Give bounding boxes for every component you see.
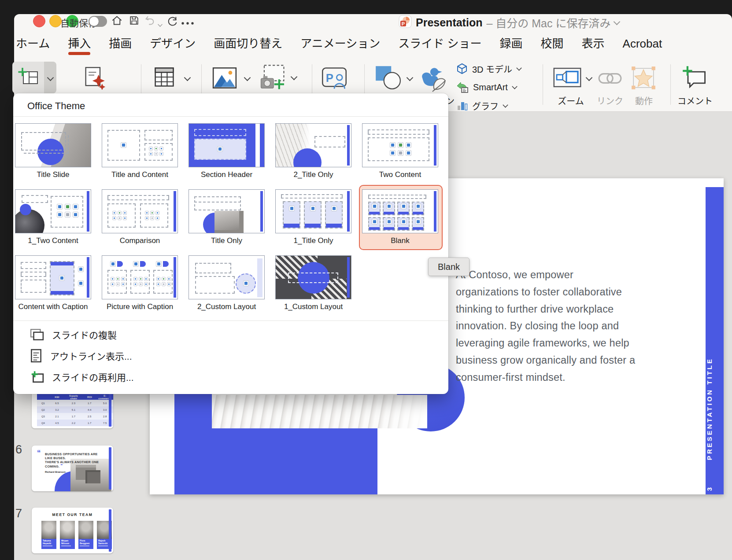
thumbnail-accent-bar	[109, 447, 111, 490]
zoom-button[interactable]	[552, 66, 582, 89]
tab-record[interactable]: 録画	[500, 37, 523, 50]
shapes-dropdown-chevron-icon[interactable]	[407, 74, 412, 82]
comment-button[interactable]	[681, 63, 708, 92]
table-button[interactable]	[151, 63, 178, 91]
team-member-card: Flora Berggren	[78, 521, 93, 549]
outline-view-icon	[30, 349, 42, 363]
layout-thumb-title-only[interactable]: Title Only	[189, 189, 265, 245]
layout-thumb-1-title-only[interactable]: 1_Title Only	[275, 189, 351, 245]
new-slide-button[interactable]	[12, 62, 56, 93]
smartart-icon	[456, 81, 469, 93]
tab-insert[interactable]: 挿入	[68, 37, 91, 50]
powerpoint-app-icon: P	[399, 15, 412, 30]
screenshot-dropdown-chevron-icon[interactable]	[292, 73, 296, 81]
svg-text:P: P	[326, 72, 333, 84]
thumbnail-accent-bar	[109, 509, 111, 552]
tab-acrobat[interactable]: Acrobat	[623, 37, 662, 50]
bar-chart-icon	[456, 100, 468, 111]
pictures-button[interactable]	[212, 66, 237, 90]
svg-text:P: P	[402, 21, 405, 26]
tab-animations[interactable]: アニメーション	[300, 37, 380, 50]
layout-thumb-title-and-content[interactable]: Title and Content	[102, 123, 178, 179]
layout-thumb-1-two-content[interactable]: 1_Two Content	[15, 189, 91, 245]
slide-body-text[interactable]: At Contoso, we empower organizations to …	[456, 266, 636, 386]
layout-thumb-blank[interactable]: Blank	[362, 189, 438, 245]
smartart-button[interactable]: SmartArt	[456, 81, 517, 93]
open-quote-mark: “	[37, 451, 41, 455]
more-commands-icon[interactable]	[181, 19, 194, 27]
team-member-card: Takuma Hayashi	[41, 521, 56, 549]
screenshot-button[interactable]	[257, 63, 288, 92]
team-slide-title: MEET OUR TEAM	[32, 512, 113, 517]
ribbon-tab-bar: ホーム 挿入 描画 デザイン 画面切り替え アニメーション スライド ショー 録…	[16, 37, 662, 50]
menu-duplicate-slide[interactable]: スライドの複製	[30, 326, 117, 343]
autosave-toggle[interactable]	[89, 16, 107, 27]
addins-button[interactable]: P	[320, 64, 349, 92]
slide-number-7: 7	[6, 507, 22, 520]
close-button[interactable]	[33, 15, 45, 27]
duplicate-slide-icon	[30, 328, 44, 341]
layout-thumb-content-with-caption[interactable]: Content with Caption	[15, 255, 91, 311]
undo-dropdown-chevron-icon[interactable]	[158, 21, 163, 29]
slide-number-6: 6	[6, 443, 22, 457]
thumbnail-table: KBI Supply chain ROI E-commerce Q16.52.3…	[37, 394, 113, 426]
zoom-label: ズーム	[551, 94, 591, 107]
new-slide-dropdown-chevron-icon[interactable]	[44, 62, 56, 93]
tab-view[interactable]: 表示	[582, 37, 605, 50]
quote-attribution: Richard Branson	[45, 471, 102, 473]
shapes-button[interactable]	[373, 63, 403, 92]
slide-photo-strip[interactable]	[212, 395, 427, 428]
reuse-slides-icon	[30, 370, 44, 383]
tab-home[interactable]: ホーム	[16, 37, 50, 50]
layout-thumb-2-custom-layout[interactable]: 2_Custom Layout	[189, 255, 265, 311]
icons-button[interactable]	[418, 64, 448, 93]
slide-thumbnail-7[interactable]: MEET OUR TEAM Takuma Hayashi Mirjam Nils…	[32, 508, 113, 553]
chart-button[interactable]: グラフ	[456, 99, 508, 112]
3d-cube-icon	[456, 63, 468, 74]
close-quote-mark: ”	[60, 464, 63, 468]
layout-tooltip: Blank	[428, 258, 470, 276]
powerpoint-window: 自動保存 P Presentation – 自分の Mac に保存済み ホーム …	[0, 0, 732, 560]
undo-icon[interactable]	[144, 15, 156, 29]
slide-side-bar[interactable]: PRESENTATION TITLE 3	[706, 187, 724, 494]
layout-thumb-two-content[interactable]: Two Content	[362, 123, 438, 179]
document-title: Presentation	[416, 16, 482, 29]
link-label: リンク	[595, 94, 625, 107]
title-dropdown-chevron-icon[interactable]	[614, 18, 621, 25]
layout-thumb-2-title-only[interactable]: 2_Title Only	[275, 123, 351, 179]
tab-transitions[interactable]: 画面切り替え	[214, 37, 282, 50]
tab-design[interactable]: デザイン	[150, 37, 196, 50]
layout-gallery-panel: Office Theme Title Slide Title and Con	[13, 93, 448, 394]
action-label: 動作	[631, 94, 657, 107]
link-button[interactable]	[597, 69, 623, 88]
minimize-button[interactable]	[49, 15, 62, 27]
3d-models-button[interactable]: 3D モデル	[456, 63, 521, 75]
gallery-title: Office Theme	[27, 100, 85, 112]
action-button[interactable]	[630, 64, 657, 92]
pictures-dropdown-chevron-icon[interactable]	[245, 74, 250, 82]
layout-thumb-1-custom-layout[interactable]: 1_Custom Layout	[275, 255, 351, 311]
layout-thumb-section-header[interactable]: Section Header	[189, 123, 265, 179]
quote-text: BUSINESS OPPORTUNITIES ARE LIKE BUSES. T…	[45, 452, 102, 473]
layout-thumb-title-slide[interactable]: Title Slide	[15, 123, 91, 179]
menu-outline-view[interactable]: アウトライン表示...	[30, 347, 132, 365]
menu-reuse-slides[interactable]: スライドの再利用...	[30, 368, 134, 386]
table-dropdown-chevron-icon[interactable]	[185, 74, 190, 82]
comment-label: コメント	[676, 94, 714, 107]
layout-thumb-comparison[interactable]: Comparison	[102, 189, 178, 245]
save-icon[interactable]	[129, 15, 140, 28]
slide-side-title: PRESENTATION TITLE	[706, 357, 724, 460]
layout-thumb-picture-with-caption[interactable]: Picture with Caption	[102, 255, 178, 311]
zoom-dropdown-chevron-icon[interactable]	[587, 74, 592, 82]
designer-button[interactable]	[79, 63, 108, 92]
slide-page-number: 3	[706, 487, 724, 491]
team-member-card: Mirjam Nilsson	[60, 521, 75, 549]
tab-slideshow[interactable]: スライド ショー	[398, 37, 481, 50]
redo-icon[interactable]	[166, 15, 178, 29]
home-icon[interactable]	[111, 15, 123, 28]
tab-draw[interactable]: 描画	[109, 37, 132, 50]
slide-blue-rectangle[interactable]	[174, 428, 377, 494]
slide-thumbnail-6[interactable]: “ BUSINESS OPPORTUNITIES ARE LIKE BUSES.…	[32, 446, 113, 491]
document-save-status: – 自分の Mac に保存済み	[486, 15, 610, 30]
tab-review[interactable]: 校閲	[541, 37, 564, 50]
